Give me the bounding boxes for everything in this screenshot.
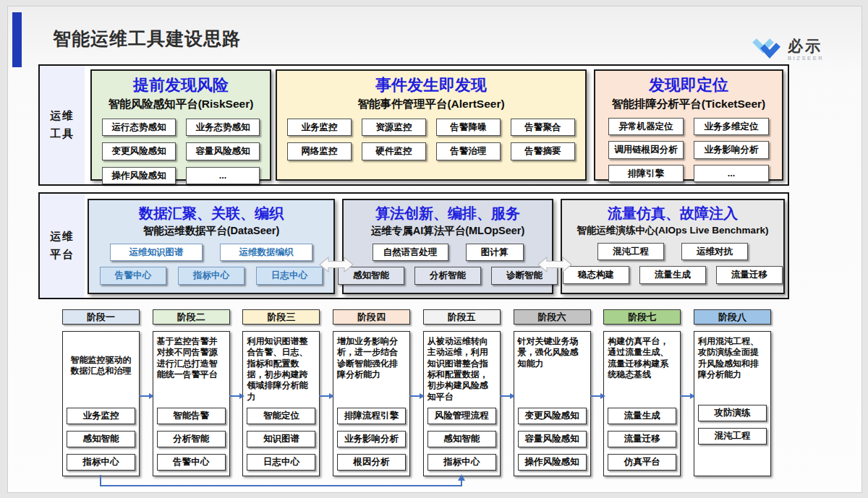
phase-arrow [319, 395, 333, 397]
panel-subtitle: 智能事件管理平台(AlertSeer) [277, 97, 585, 112]
phase-desc: 利用混沌工程、攻防演练全面提升风险感知和排障分析能力 [698, 336, 767, 380]
capability-chip: 资源监控 [362, 119, 426, 136]
panel-title: 数据汇聚、关联、编织 [89, 204, 333, 223]
phase-desc: 智能监控驱动的数据汇总和治理 [67, 355, 135, 377]
phase-column-5: 阶段五 从被动运维转向主动运维，利用知识图谱整合指标和配置数据，初步构建风险感知… [423, 309, 501, 476]
phase-arrow [500, 395, 514, 397]
panel-riskseer: 提前发现风险 智能风险感知平台(RiskSeer) 运行态势感知 业务态势感知 … [90, 69, 271, 181]
panel-subtitle: 智能风险感知平台(RiskSeer) [92, 97, 270, 112]
tools-label-line2: 工具 [50, 125, 75, 143]
capability-chip: 图计算 [466, 244, 524, 261]
capability-chip: 变更风险感知 [102, 142, 176, 160]
phase-column-4: 阶段四 增加业务影响分析，进一步结合诊断智能强化排障分析能力 排障流程引擎 业务… [333, 309, 410, 476]
phase-item: 变更风险感知 [518, 408, 587, 424]
page-title: 智能运维工具建设思路 [53, 27, 241, 51]
capability-chip-ellipsis: ... [186, 167, 260, 184]
capability-chip: 告警聚合 [511, 119, 575, 136]
phase-column-6: 阶段六 针对关键业务场景，强化风险感知能力 变更风险感知 容量风险感知 操作风险… [514, 309, 591, 476]
phase-header: 阶段七 [603, 309, 681, 325]
phase-desc: 从被动运维转向主动运维，利用知识图谱整合指标和配置数据，初步构建风险感知平台 [427, 336, 496, 403]
panel-dataseer: 数据汇聚、关联、编织 智能运维数据平台(DataSeer) 运维知识图谱 运维数… [88, 199, 335, 294]
title-accent-bar [12, 12, 22, 67]
panel-subtitle: 智能运维演练中心(AIOps Live Benchmark) [562, 224, 783, 237]
phase-item: 智能告警 [157, 408, 226, 424]
panel-title: 提前发现风险 [92, 74, 270, 96]
platform-band-label: 运维 平台 [40, 194, 85, 298]
capability-chip: 运维对抗 [681, 243, 748, 260]
phase-column-1: 阶段一 智能监控驱动的数据汇总和治理 业务监控 感知智能 指标中心 [62, 309, 140, 476]
panel-alertseer: 事件发生即发现 智能事件管理平台(AlertSeer) 业务监控 资源监控 告警… [276, 69, 587, 181]
capability-chip: 操作风险感知 [102, 167, 176, 184]
phase-item: 知识图谱 [247, 431, 315, 447]
phase-desc: 利用知识图谱整合告警、日志、指标和配置数据，初步构建跨领域排障分析能力 [247, 336, 315, 403]
panel-title: 发现即定位 [595, 74, 782, 96]
capability-chip: 异常机器定位 [608, 118, 684, 135]
panel-aiops-benchmark: 流量仿真、故障注入 智能运维演练中心(AIOps Live Benchmark)… [561, 199, 785, 294]
capability-chip: 指标中心 [178, 267, 244, 284]
phase-item: 根因分析 [337, 454, 406, 471]
phase-item: 日志中心 [247, 454, 315, 471]
phase-item: 攻防演练 [698, 405, 767, 421]
capability-chip: 分析智能 [414, 267, 481, 284]
phase-arrow [680, 395, 694, 397]
platform-label-line1: 运维 [50, 228, 75, 246]
bizseer-logo: 必示 BIZSEER [752, 37, 824, 63]
capability-chip: 日志中心 [256, 267, 323, 284]
logo-name: 必示 [788, 38, 824, 53]
phase-item: 业务监控 [67, 408, 135, 424]
phase-desc: 针对关键业务场景，强化风险感知能力 [518, 336, 587, 369]
roadmap-connector-line [461, 480, 462, 486]
capability-chip: 硬件监控 [362, 142, 426, 160]
panel-subtitle: 智能排障分析平台(TicketSeer) [595, 97, 782, 112]
slide: 智能运维工具建设思路 必示 BIZSEER 运维 工具 提前发现风险 智能风险感… [7, 6, 862, 493]
capability-chip: 流量迁移 [716, 266, 783, 283]
capability-chip: 运行态势感知 [102, 119, 176, 136]
phase-header: 阶段三 [242, 309, 320, 325]
phase-item: 感知智能 [427, 431, 496, 447]
phase-column-7: 阶段七 构建仿真平台，通过流量生成、流量迁移构建系统稳态基线 流量生成 流量迁移… [603, 309, 681, 476]
capability-chip: 自然语言处理 [373, 244, 448, 261]
phase-desc: 构建仿真平台，通过流量生成、流量迁移构建系统稳态基线 [608, 336, 676, 380]
phase-arrow [409, 395, 423, 397]
phase-item: 容量风险感知 [518, 431, 587, 447]
capability-chip: 排障引擎 [608, 165, 684, 182]
phase-item: 流量迁移 [608, 431, 676, 447]
capability-chip: 混沌工程 [597, 243, 664, 260]
platform-label-line2: 平台 [50, 246, 75, 264]
phase-item: 风险管理流程 [427, 408, 496, 424]
phase-arrow [229, 395, 243, 397]
capability-chip: 流量生成 [639, 266, 706, 283]
capability-chip: 稳态构建 [563, 266, 629, 283]
capability-chip: 告警降噪 [436, 119, 501, 136]
panel-title: 事件发生即发现 [277, 74, 585, 96]
roadmap-section: 阶段一 智能监控驱动的数据汇总和治理 业务监控 感知智能 指标中心 阶段二 基于… [62, 309, 771, 491]
capability-chip: 运维数据编织 [220, 244, 312, 261]
phase-desc: 增加业务影响分析，进一步结合诊断智能强化排障分析能力 [337, 336, 406, 380]
phase-arrow [139, 395, 153, 397]
phase-column-3: 阶段三 利用知识图谱整合告警、日志、指标和配置数据，初步构建跨领域排障分析能力 … [242, 309, 320, 476]
phase-header: 阶段八 [694, 309, 771, 325]
capability-chip: 告警中心 [100, 267, 166, 284]
panel-title: 算法创新、编排、服务 [344, 204, 552, 223]
capability-chip: 业务影响分析 [694, 141, 769, 158]
phase-item: 指标中心 [427, 454, 496, 471]
roadmap-connector-line [100, 475, 101, 486]
phase-arrow [590, 395, 604, 397]
panel-mlopseer: 算法创新、编排、服务 运维专属AI算法平台(MLOpSeer) 自然语言处理 图… [342, 199, 553, 294]
tools-band-label: 运维 工具 [40, 66, 85, 184]
phase-item: 仿真平台 [608, 454, 676, 471]
phase-item: 业务影响分析 [337, 431, 406, 447]
logo-subname: BIZSEER [788, 55, 824, 61]
capability-chip: 容量风险感知 [186, 142, 260, 160]
double-arrow-icon [319, 256, 354, 273]
phase-item: 排障流程引擎 [337, 408, 406, 424]
phase-item: 操作风险感知 [518, 454, 587, 471]
phase-header: 阶段五 [423, 309, 501, 325]
phase-item: 指标中心 [67, 454, 135, 471]
panel-title: 流量仿真、故障注入 [562, 204, 783, 223]
capability-chip: 运维知识图谱 [110, 244, 203, 261]
phase-desc: 基于监控告警并对接不同告警源进行汇总打造智能统一告警平台 [157, 336, 226, 380]
capability-chip: 调用链根因分析 [608, 141, 684, 158]
phase-item: 混沌工程 [698, 428, 767, 445]
phase-item: 分析智能 [157, 431, 226, 447]
